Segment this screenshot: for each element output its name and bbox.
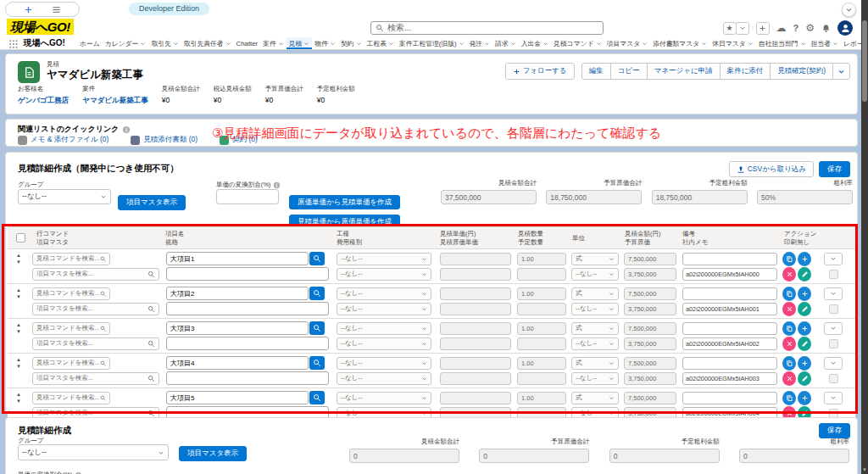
nav-tab[interactable]: 契約 [338,37,364,49]
move-up-icon[interactable]: ▲ [16,287,21,293]
item-name-lookup-button[interactable] [309,252,325,265]
delete-row-button[interactable] [782,267,796,282]
menu-icon[interactable] [52,5,61,14]
save-button-2[interactable]: 保存 [819,423,850,438]
nav-tab[interactable]: 見積コマンド [551,37,604,49]
tab-pill[interactable] [5,2,80,17]
nav-tab[interactable]: Chatter [234,37,261,49]
setup-gear-icon[interactable]: ⚙ [805,23,815,33]
add-row-button[interactable] [798,321,811,336]
estimate-command-search-input[interactable]: 見積コマンドを検索... [32,287,110,300]
new-tab-plus-icon[interactable] [24,5,33,14]
record-action-button[interactable]: 見積確定(契約) [770,63,833,80]
item-name-input[interactable]: 大項目4 [166,356,309,370]
help-icon[interactable]: ? [793,23,799,33]
unit2-select[interactable]: --なし-- [571,268,619,281]
record-field-value[interactable]: ゲンバゴ工務店 [18,96,69,106]
work-type-select[interactable]: --なし-- [337,253,431,265]
nav-tab[interactable]: 自社担当部門 [756,37,809,49]
row-menu-button[interactable] [824,253,843,265]
user-avatar[interactable] [837,20,853,36]
work-type-select[interactable]: --なし-- [337,287,431,300]
nav-tab[interactable]: 発注 [467,37,493,49]
item-name-lookup-button[interactable] [309,391,325,404]
scrollbar-down-arrow[interactable]: ▼ [861,467,868,472]
quick-link[interactable]: 見積添付書類 (0) [131,135,198,145]
unit-select[interactable]: 式 [571,287,619,300]
move-down-icon[interactable]: ▼ [16,399,21,404]
select-all-checkbox[interactable] [16,233,25,243]
cost-to-estimate-button[interactable]: 原価単価から見積単価を作成 [289,195,400,209]
nav-tab[interactable]: 入出金 [519,37,551,49]
nav-tab[interactable]: 案件 [260,37,287,49]
record-action-button[interactable]: 編集 [581,63,611,80]
item-name-input[interactable]: 大項目2 [166,287,309,300]
estimate-command-search-input[interactable]: 見積コマンドを検索... [32,253,110,265]
edit-row-button[interactable] [798,371,811,386]
add-row-button[interactable] [798,252,811,266]
nav-tab[interactable]: 添付書類マスタ [650,37,709,49]
group-select-2[interactable]: --なし-- [18,444,169,460]
nav-tab[interactable]: カレンダー [103,37,149,49]
edit-row-button[interactable] [798,302,811,316]
work-type-select[interactable]: --なし-- [337,357,431,370]
remarks-input[interactable] [682,392,777,404]
nav-tab[interactable]: ホーム [77,37,103,49]
remarks-input[interactable] [682,322,777,335]
global-actions-plus-icon[interactable] [756,22,770,35]
no-print-checkbox[interactable] [829,409,838,418]
favorites-chevron-icon[interactable] [736,22,749,35]
unit-select[interactable]: 式 [571,392,619,404]
notifications-bell-icon[interactable] [821,20,831,36]
spec-input[interactable] [166,302,329,315]
work-type-select[interactable]: --なし-- [337,322,431,335]
item-master-search-input[interactable]: 項目マスタを検索... [32,268,159,281]
copy-row-button[interactable] [782,252,796,266]
internal-memo-input[interactable]: a02i200000EGMx5IAH002 [682,337,777,350]
nav-tab[interactable]: 工程表 [364,37,397,49]
remarks-input[interactable] [682,357,777,370]
work-type-select[interactable]: --なし-- [337,392,431,404]
nav-tab[interactable]: 見積 [287,37,313,49]
no-print-checkbox[interactable] [829,374,838,383]
spec-input[interactable] [166,337,329,350]
move-up-icon[interactable]: ▲ [16,392,21,398]
record-action-button[interactable]: 案件に添付 [720,63,771,80]
add-row-button[interactable] [798,391,811,405]
record-action-button[interactable]: マネージャに申請 [647,63,721,80]
no-print-checkbox[interactable] [829,270,838,279]
nav-tab[interactable]: 休日マスタ [709,37,756,49]
nav-tab[interactable]: 取引先責任者 [181,37,234,49]
internal-memo-input[interactable]: a02i200000EGMx5IAH003 [682,372,777,385]
row-menu-button[interactable] [824,287,843,300]
move-up-icon[interactable]: ▲ [16,322,21,328]
nav-tab[interactable]: 物件 [312,37,338,49]
unit-select[interactable]: 式 [571,357,619,370]
cost-type-select[interactable]: --なし-- [337,372,431,385]
rate-input[interactable] [216,189,279,204]
item-name-lookup-button[interactable] [309,287,325,300]
item-name-lookup-button[interactable] [309,356,325,370]
global-search-input[interactable]: 検索... [370,21,604,35]
spec-input[interactable] [166,371,329,385]
item-name-input[interactable]: 大項目1 [166,252,309,265]
item-name-input[interactable]: 大項目5 [166,391,309,404]
remarks-input[interactable] [682,287,777,300]
scrollbar-thumb[interactable] [862,20,867,102]
no-print-checkbox[interactable] [829,304,838,314]
collapse-chevron-button[interactable] [842,3,856,17]
copy-row-button[interactable] [782,321,796,336]
item-master-show-button-2[interactable]: 項目マスタ表示 [179,446,247,461]
item-name-lookup-button[interactable] [309,321,325,335]
move-up-icon[interactable]: ▲ [16,357,21,363]
nav-tab[interactable]: 項目マスタ [604,37,651,49]
copy-row-button[interactable] [782,391,796,405]
no-print-checkbox[interactable] [829,339,838,349]
unit2-select[interactable]: --なし-- [571,303,619,315]
move-down-icon[interactable]: ▼ [16,259,21,265]
item-master-search-input[interactable]: 項目マスタを検索... [32,303,159,315]
app-launcher-waffle-icon[interactable] [8,39,19,49]
unit-select[interactable]: 式 [571,253,619,265]
move-down-icon[interactable]: ▼ [16,329,21,335]
estimate-command-search-input[interactable]: 見積コマンドを検索... [32,357,110,370]
